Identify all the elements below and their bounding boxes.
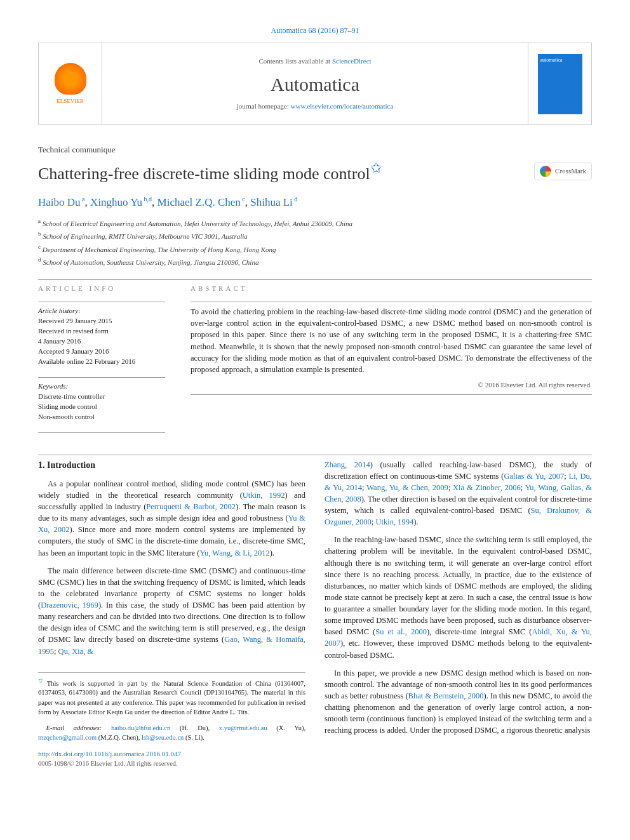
- author-email-link[interactable]: haibo.du@hfut.edu.cn: [111, 724, 170, 731]
- journal-homepage-link[interactable]: www.elsevier.com/locate/automatica: [291, 102, 394, 110]
- body-columns: 1. Introduction As a popular nonlinear c…: [38, 459, 592, 769]
- author-affil-marker[interactable]: c: [241, 196, 245, 203]
- article-title-text: Chattering-free discrete-time sliding mo…: [38, 164, 370, 183]
- history-label: Article history:: [38, 306, 165, 316]
- citation-link[interactable]: Zhang, 2014: [325, 460, 370, 469]
- body-paragraph: As a popular nonlinear control method, s…: [38, 478, 305, 559]
- left-column: 1. Introduction As a popular nonlinear c…: [38, 459, 305, 769]
- author-name-link[interactable]: Haibo Du: [38, 196, 81, 208]
- citation-link[interactable]: Xia & Zinober, 2006: [453, 483, 521, 492]
- citation-link[interactable]: Utkin, 1992: [243, 491, 285, 500]
- history-line: Available online 22 February 2016: [38, 357, 165, 367]
- keyword: Discrete-time controller: [38, 392, 165, 402]
- author-affil-marker[interactable]: d: [293, 196, 298, 203]
- doi-link[interactable]: http://dx.doi.org/10.1016/j.automatica.2…: [38, 750, 181, 757]
- elsevier-logo[interactable]: ELSEVIER: [55, 63, 86, 105]
- divider: [38, 279, 592, 280]
- author-email-link[interactable]: mzqchen@gmail.com: [38, 734, 97, 741]
- funding-note: This work is supported in part by the Na…: [38, 679, 305, 716]
- citation-link[interactable]: Bhat & Bernstein, 2000: [408, 691, 484, 700]
- author-email-link[interactable]: lsh@seu.edu.cn: [142, 734, 184, 741]
- citation-link[interactable]: Wang, Yu, & Chen, 2009: [366, 483, 448, 492]
- keyword: Non-smooth control: [38, 412, 165, 422]
- divider: [38, 377, 165, 378]
- issn-copyright: 0005-1098/© 2016 Elsevier Ltd. All right…: [38, 759, 305, 768]
- abstract-label: ABSTRACT: [191, 284, 592, 294]
- homepage-prefix: journal homepage:: [237, 102, 291, 110]
- email-label: E-mail addresses:: [46, 724, 111, 731]
- citation-link[interactable]: Utkin, 1994: [375, 517, 413, 526]
- history-line: 4 January 2016: [38, 337, 165, 347]
- author-name-link[interactable]: Shihua Li: [250, 196, 293, 208]
- citation-link[interactable]: Yu, Wang, & Li, 2012: [199, 549, 269, 557]
- journal-name: Automatica: [271, 70, 359, 98]
- divider: [191, 302, 592, 302]
- citation-link[interactable]: Su, Drakunov, & Ozguner, 2000: [325, 506, 592, 526]
- contents-line: Contents lists available at ScienceDirec…: [258, 57, 371, 67]
- author: Michael Z.Q. Chen c: [158, 196, 245, 208]
- article-info: ARTICLE INFO Article history: Received 2…: [38, 284, 165, 436]
- history-line: Received in revised form: [38, 326, 165, 337]
- citation-link[interactable]: Yu & Xu, 2002: [38, 514, 305, 534]
- sciencedirect-link[interactable]: ScienceDirect: [332, 57, 372, 65]
- citation-link[interactable]: Perruquetti & Barbot, 2002: [146, 502, 236, 511]
- abstract-copyright: © 2016 Elsevier Ltd. All rights reserved…: [191, 380, 592, 390]
- author-email-link[interactable]: x.yu@rmit.edu.au: [219, 724, 267, 731]
- journal-cover-thumb[interactable]: automatica: [538, 54, 582, 114]
- affiliation: a School of Electrical Engineering and A…: [38, 217, 592, 229]
- author-affil-marker[interactable]: a: [81, 196, 85, 203]
- affiliation: b School of Engineering, RMIT University…: [38, 229, 592, 242]
- publisher-logo-cell: ELSEVIER: [39, 43, 102, 124]
- doi-line: http://dx.doi.org/10.1016/j.automatica.2…: [38, 749, 305, 759]
- right-column: Zhang, 2014) (usually called reaching-la…: [325, 459, 592, 769]
- divider: [38, 302, 165, 302]
- author: Shihua Li d: [250, 196, 297, 208]
- divider: [38, 432, 165, 433]
- article-type: Technical communique: [38, 144, 592, 156]
- cover-cell: automatica: [528, 43, 591, 124]
- journal-header: ELSEVIER Contents lists available at Sci…: [38, 43, 592, 125]
- author-affil-marker[interactable]: b,d: [142, 196, 152, 203]
- divider: [38, 455, 592, 455]
- crossmark-badge[interactable]: CrossMark: [534, 163, 592, 180]
- section-heading: 1. Introduction: [38, 459, 305, 472]
- article-info-label: ARTICLE INFO: [38, 284, 165, 294]
- citation-link[interactable]: Galias & Yu, 2007: [504, 472, 564, 481]
- affiliation: c Department of Mechanical Engineering, …: [38, 243, 592, 255]
- keywords-block: Keywords: Discrete-time controllerSlidin…: [38, 382, 165, 422]
- elsevier-tree-icon: [55, 63, 86, 95]
- affiliation-list: a School of Electrical Engineering and A…: [38, 217, 592, 268]
- abstract-text: To avoid the chattering problem in the r…: [191, 306, 592, 375]
- author-name-link[interactable]: Michael Z.Q. Chen: [158, 196, 241, 208]
- homepage-line: journal homepage: www.elsevier.com/locat…: [237, 102, 394, 112]
- funding-marker: ✩: [38, 677, 43, 684]
- publisher-label: ELSEVIER: [57, 97, 84, 105]
- citation: Automatica 68 (2016) 87–91: [38, 25, 592, 36]
- citation-link[interactable]: Drazenovic, 1969: [41, 601, 98, 610]
- crossmark-label: CrossMark: [555, 166, 586, 177]
- article-title: Chattering-free discrete-time sliding mo…: [38, 159, 382, 185]
- footnote-block: ✩ This work is supported in part by the …: [38, 677, 305, 743]
- citation-link[interactable]: Abidi, Xu, & Yu, 2007: [325, 627, 592, 648]
- header-center: Contents lists available at ScienceDirec…: [102, 43, 528, 124]
- title-footnote-marker[interactable]: ✩: [370, 161, 382, 176]
- keyword: Sliding mode control: [38, 402, 165, 412]
- crossmark-icon: [540, 166, 551, 177]
- history-line: Accepted 9 January 2016: [38, 347, 165, 357]
- history-line: Received 29 January 2015: [38, 316, 165, 326]
- body-paragraph: Zhang, 2014) (usually called reaching-la…: [325, 459, 592, 528]
- author-list: Haibo Du a, Xinghuo Yu b,d, Michael Z.Q.…: [38, 195, 592, 211]
- footnote-separator: [38, 672, 305, 673]
- affiliation: d School of Automation, Southeast Univer…: [38, 255, 592, 268]
- author-name-link[interactable]: Xinghuo Yu: [90, 196, 142, 208]
- body-paragraph: In the reaching-law-based DSMC, since th…: [325, 534, 592, 660]
- abstract: ABSTRACT To avoid the chattering problem…: [191, 284, 592, 436]
- divider: [191, 394, 592, 395]
- citation-link[interactable]: Qu, Xia, &: [58, 647, 94, 656]
- article-history: Article history: Received 29 January 201…: [38, 306, 165, 367]
- author: Haibo Du a: [38, 196, 85, 208]
- citation-link[interactable]: Su et al., 2000: [375, 627, 427, 636]
- keywords-label: Keywords:: [38, 382, 165, 392]
- author: Xinghuo Yu b,d: [90, 196, 152, 208]
- contents-prefix: Contents lists available at: [258, 57, 332, 65]
